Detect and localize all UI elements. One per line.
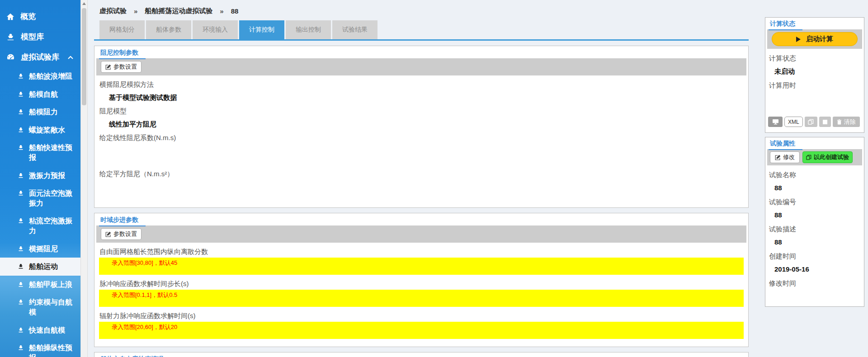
status-value: 未启动	[774, 67, 862, 76]
app-root: 概览 模型库 虚拟试验库 船舶波浪增阻 船模自航	[0, 0, 868, 357]
sidebar-item-roll-damping[interactable]: 横摇阻尼	[0, 240, 80, 258]
section-damping-params: 阻尼控制参数 参数设置 横摇阻尼模拟方法 基于模型试验测试数据 阻尼模型 线性加…	[94, 46, 749, 208]
panel-toolbar: 启动计算	[767, 29, 862, 49]
create-from-this-button[interactable]: 以此创建试验	[802, 151, 853, 163]
breadcrumb: 虚拟试验 » 船舶摇荡运动虚拟试验 » 88	[94, 5, 749, 20]
field-label: 辐射力脉冲响应函数求解时间(s)	[99, 312, 746, 320]
input-hint-highlight[interactable]: 录入范围[30,80]，默认45	[99, 258, 744, 275]
computation-status-panel: 计算状态 启动计算 计算状态 未启动 计算用时 XML	[765, 17, 864, 133]
sidebar-item-virtual-lab[interactable]: 虚拟试验库	[0, 47, 80, 67]
exp-name-value: 88	[774, 184, 862, 193]
console-button[interactable]	[768, 117, 783, 127]
field-label: 给定线性阻尼系数(N.m.s)	[99, 134, 746, 142]
sidebar-item-constrained-model[interactable]: 约束模与自航模	[0, 293, 80, 321]
chevron-up-icon	[68, 56, 73, 59]
section-title: 船体六自由度约束情况	[99, 355, 171, 357]
exp-id-value: 88	[774, 211, 862, 220]
sidebar-item-panel-cavitation[interactable]: 面元法空泡激振力	[0, 184, 80, 212]
status-mini-toolbar: XML 清除	[768, 117, 862, 127]
created-label: 创建时间	[769, 252, 862, 261]
gauge-icon	[6, 53, 15, 61]
breadcrumb-root[interactable]: 虚拟试验	[99, 7, 127, 15]
sidebar-item-deck-wetness[interactable]: 船舶甲板上浪	[0, 276, 80, 294]
sidebar-item-label: 虚拟试验库	[21, 52, 59, 62]
xml-button[interactable]: XML	[784, 117, 803, 127]
tab-results[interactable]: 试验结果	[332, 20, 377, 39]
sidebar-item-maneuvering-prediction[interactable]: 船舶操纵性预报	[0, 339, 80, 357]
stop-button[interactable]	[819, 117, 831, 127]
modified-label: 修改时间	[769, 279, 862, 288]
sidebar-item-viscous-cavitation[interactable]: 粘流空泡激振力	[0, 212, 80, 240]
exp-desc-label: 试验描述	[769, 225, 862, 234]
sidebar-item-label: 模型库	[21, 32, 44, 42]
exp-name-label: 试验名称	[769, 171, 862, 179]
sidebar-item-wave-resistance[interactable]: 船舶波浪增阻	[0, 67, 80, 85]
field-value: 基于模型试验测试数据	[109, 94, 746, 102]
breadcrumb-separator: »	[134, 7, 137, 15]
section-time-stepping: 时域步进参数 参数设置 自由面网格船长范围内纵向离散分数 录入范围[30,80]…	[94, 213, 749, 347]
section-title: 时域步进参数	[99, 216, 146, 226]
sidebar: 概览 模型库 虚拟试验库 船舶波浪增阻 船模自航	[0, 0, 80, 357]
section-toolbar: 参数设置	[96, 225, 746, 243]
edit-icon	[105, 64, 111, 70]
elapsed-value	[774, 94, 862, 103]
section-toolbar: 参数设置	[96, 58, 746, 75]
right-panel: 计算状态 启动计算 计算状态 未启动 计算用时 XML	[759, 0, 868, 357]
modify-button[interactable]: 修改	[770, 151, 800, 163]
field-value	[109, 183, 746, 201]
play-icon	[796, 37, 801, 42]
panel-toolbar: 修改 以此创建试验	[767, 149, 862, 165]
field-label: 自由面网格船长范围内纵向离散分数	[99, 248, 746, 256]
time-stepping-settings-button[interactable]: 参数设置	[101, 228, 142, 240]
breadcrumb-experiment-type[interactable]: 船舶摇荡运动虚拟试验	[145, 7, 212, 15]
tab-hull-params[interactable]: 船体参数	[146, 20, 191, 39]
sidebar-item-propeller-openwater[interactable]: 螺旋桨敞水	[0, 121, 80, 139]
field-label: 阻尼模型	[99, 107, 746, 116]
tab-mesh[interactable]: 网格划分	[99, 20, 145, 39]
sidebar-item-self-propulsion[interactable]: 船模自航	[0, 85, 80, 103]
created-value: 2019-05-16	[774, 265, 862, 274]
sidebar-item-fast-self-propulsion[interactable]: 快速自航模	[0, 321, 80, 339]
sidebar-item-overview[interactable]: 概览	[0, 6, 80, 27]
sidebar-item-label: 概览	[20, 11, 36, 22]
field-label: 横摇阻尼模拟方法	[99, 80, 746, 89]
status-label: 计算状态	[769, 54, 862, 63]
monitor-icon	[772, 119, 779, 125]
damping-settings-button[interactable]: 参数设置	[101, 61, 142, 73]
panel-title: 试验属性	[769, 139, 802, 150]
breadcrumb-separator: »	[220, 7, 223, 15]
scrollbar-thumb[interactable]	[82, 8, 86, 105]
field-value: 线性加平方阻尼	[109, 120, 746, 129]
exp-desc-value: 88	[774, 238, 862, 247]
scrollbar-up-arrow-icon[interactable]	[82, 2, 86, 5]
clear-button[interactable]: 清除	[833, 117, 860, 127]
sidebar-item-excitation-prediction[interactable]: 激振力预报	[0, 167, 80, 185]
panel-title: 计算状态	[769, 19, 802, 30]
start-computation-button[interactable]: 启动计算	[772, 32, 858, 46]
exp-id-label: 试验编号	[769, 198, 862, 207]
tab-computation-control[interactable]: 计算控制	[239, 20, 284, 39]
section-dof-constraints: 船体六自由度约束情况 参数设置 纵荡约束情况 约束 横荡约束情况 约束	[94, 352, 749, 357]
section-title: 阻尼控制参数	[99, 48, 146, 59]
main-content: 虚拟试验 » 船舶摇荡运动虚拟试验 » 88 网格划分 船体参数 环境输入 计算…	[88, 0, 759, 357]
modified-value	[774, 292, 862, 301]
sidebar-item-model-library[interactable]: 模型库	[0, 27, 80, 47]
tab-environment-input[interactable]: 环境输入	[193, 20, 238, 39]
trash-icon	[837, 119, 842, 125]
sidebar-item-speed-prediction[interactable]: 船舶快速性预报	[0, 139, 80, 166]
ship-icon	[6, 33, 15, 41]
field-label: 给定平方阻尼（N.m.s²）	[99, 170, 746, 178]
tab-output-control[interactable]: 输出控制	[286, 20, 331, 39]
copy-button[interactable]	[805, 117, 817, 127]
tab-bar: 网格划分 船体参数 环境输入 计算控制 输出控制 试验结果	[94, 20, 749, 41]
stop-icon	[823, 120, 827, 124]
sidebar-scrollbar[interactable]	[80, 0, 88, 357]
input-hint-highlight[interactable]: 录入范围[20,60]，默认20	[99, 322, 744, 339]
sidebar-item-model-resistance[interactable]: 船模阻力	[0, 103, 80, 121]
input-hint-highlight[interactable]: 录入范围[0.1,1]，默认0.5	[99, 290, 744, 307]
copy-icon	[806, 155, 811, 160]
edit-icon	[105, 231, 111, 237]
copy-icon	[808, 119, 814, 125]
sidebar-item-ship-motion[interactable]: 船舶运动	[0, 258, 80, 276]
field-value	[109, 147, 746, 165]
